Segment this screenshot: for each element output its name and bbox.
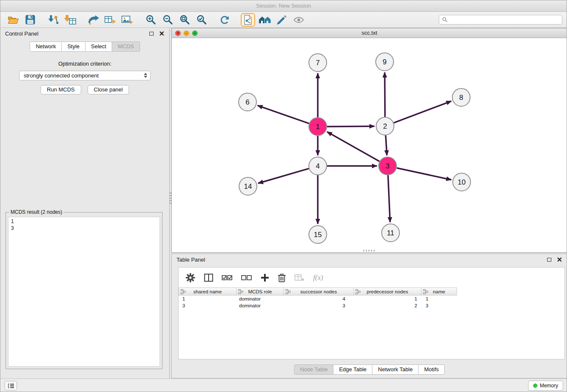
close-panel-button[interactable]: Close panel [88, 85, 129, 94]
tab-node-table[interactable]: Node Table [294, 364, 334, 375]
column-header-mcds-role[interactable]: MCDS role [237, 287, 284, 295]
search-input[interactable] [450, 17, 559, 23]
table-cell[interactable]: 1 [179, 295, 237, 302]
table-cell[interactable]: dominator [237, 302, 284, 309]
node-14[interactable]: 14 [239, 177, 257, 195]
tab-style[interactable]: Style [62, 41, 85, 52]
edge-1-2[interactable] [327, 126, 374, 127]
close-table-panel-icon[interactable]: ✕ [557, 257, 562, 263]
node-7[interactable]: 7 [309, 54, 327, 72]
close-panel-icon[interactable]: ✕ [159, 31, 165, 37]
edge-3-11[interactable] [388, 175, 390, 222]
table-cell[interactable]: 1 [421, 295, 457, 302]
table-cell[interactable]: dominator [237, 295, 284, 302]
float-panel-icon[interactable] [149, 32, 154, 36]
edge-2-8[interactable] [394, 101, 451, 123]
show-graphics-details-button[interactable] [290, 13, 307, 27]
column-header-name[interactable]: name [421, 287, 457, 295]
node-1[interactable]: 1 [309, 118, 327, 135]
refresh-network-button[interactable] [216, 13, 233, 27]
table-settings-button[interactable] [185, 273, 195, 283]
node-11[interactable]: 11 [382, 224, 399, 242]
import-file-button[interactable] [241, 13, 255, 27]
sort-icon [238, 289, 243, 294]
table-cell[interactable]: 3 [284, 302, 354, 309]
select-all-columns-button[interactable] [222, 274, 233, 282]
column-header-shared-name[interactable]: shared name [179, 287, 237, 295]
import-network-button[interactable] [45, 13, 62, 27]
delete-table-button[interactable] [295, 273, 305, 282]
panel-splitter-grip[interactable] [363, 250, 375, 251]
table-row[interactable]: 1dominator411 [179, 295, 564, 302]
export-image-button[interactable] [119, 13, 136, 27]
save-session-button[interactable] [22, 13, 39, 27]
network-home-button[interactable] [256, 13, 273, 27]
mcds-result-list[interactable]: 13 [8, 217, 160, 367]
node-6[interactable]: 6 [239, 93, 256, 111]
node-2[interactable]: 2 [376, 117, 394, 135]
node-4[interactable]: 4 [309, 157, 327, 175]
network-window-titlebar[interactable]: × − + scc.txt [172, 28, 567, 38]
table-cell[interactable]: 1 [354, 295, 421, 302]
edge-3-1[interactable] [327, 132, 380, 161]
table-cell[interactable]: 2 [354, 302, 421, 309]
panel-menu-button[interactable] [5, 381, 17, 390]
close-window-icon[interactable]: × [175, 30, 181, 36]
node-3[interactable]: 3 [379, 157, 396, 175]
tab-mcds[interactable]: MCDS [112, 41, 140, 52]
list-icon [8, 383, 14, 389]
import-table-button[interactable] [62, 13, 79, 27]
create-column-button[interactable] [261, 273, 269, 282]
control-panel-buttons: Run MCDS Close panel [0, 85, 169, 94]
table-panel: Table Panel ✕ [171, 254, 567, 378]
tab-network-table[interactable]: Network Table [372, 364, 418, 375]
node-label: 4 [316, 162, 319, 170]
apply-style-button[interactable] [273, 13, 290, 27]
memory-label: Memory [540, 383, 558, 389]
table-cell[interactable]: 3 [179, 302, 237, 309]
node-15[interactable]: 15 [309, 226, 327, 243]
edge-1-6[interactable] [258, 105, 309, 124]
column-header-label: predecessor nodes [367, 289, 408, 294]
edge-2-3[interactable] [385, 135, 387, 155]
zoom-fit-button[interactable] [176, 13, 193, 27]
zoom-out-button[interactable] [159, 13, 176, 27]
zoom-selected-button[interactable] [193, 13, 210, 27]
edge-4-14[interactable] [258, 168, 309, 183]
panel-splitter-grip[interactable] [170, 193, 171, 204]
minimize-window-icon[interactable]: − [184, 30, 189, 36]
tab-network[interactable]: Network [30, 41, 62, 52]
node-8[interactable]: 8 [452, 88, 470, 106]
tab-edge-table[interactable]: Edge Table [333, 364, 372, 375]
node-label: 15 [314, 231, 322, 239]
show-columns-button[interactable] [204, 273, 213, 282]
node-9[interactable]: 9 [376, 53, 394, 71]
delete-column-button[interactable] [278, 273, 286, 282]
unselect-all-columns-button[interactable] [241, 274, 252, 282]
column-header-successor-nodes[interactable]: successor nodes [284, 287, 354, 295]
memory-button[interactable]: Memory [528, 381, 563, 391]
control-panel-tabs: NetworkStyleSelectMCDS [0, 41, 169, 52]
tab-motifs[interactable]: Motifs [418, 364, 445, 375]
open-session-button[interactable] [5, 13, 22, 27]
edge-3-10[interactable] [397, 168, 451, 180]
export-network-button[interactable] [85, 13, 102, 27]
node-10[interactable]: 10 [453, 173, 471, 191]
table-cell[interactable]: 4 [284, 295, 354, 302]
function-builder-button[interactable]: f(x) [313, 273, 323, 282]
control-panel-title: Control Panel [5, 30, 39, 37]
run-mcds-button[interactable]: Run MCDS [41, 85, 81, 94]
table-cell[interactable]: 3 [421, 302, 457, 309]
export-table-button[interactable] [102, 13, 119, 27]
search-box[interactable] [439, 15, 562, 25]
zoom-window-icon[interactable]: + [192, 30, 198, 36]
float-table-panel-icon[interactable] [547, 258, 551, 262]
column-header-predecessor-nodes[interactable]: predecessor nodes [354, 287, 421, 295]
tab-select[interactable]: Select [85, 41, 112, 52]
trash-icon [278, 273, 286, 282]
zoom-in-button[interactable] [142, 13, 159, 27]
network-canvas-svg[interactable]: 7968124314101511 [172, 38, 567, 252]
criterion-dropdown[interactable]: strongly connected component [19, 71, 151, 80]
edge-2-9[interactable] [385, 72, 385, 117]
table-row[interactable]: 3dominator323 [179, 302, 564, 309]
